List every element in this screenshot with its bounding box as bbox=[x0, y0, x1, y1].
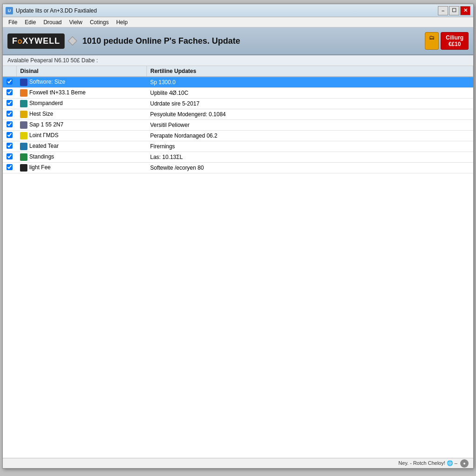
row-checkbox[interactable] bbox=[7, 132, 13, 138]
row-icon bbox=[20, 153, 27, 161]
window-icon: U bbox=[6, 7, 13, 14]
menu-edie[interactable]: Edie bbox=[21, 18, 40, 26]
row-checkbox-cell bbox=[3, 99, 16, 109]
cilurg-label-line1: Ciliurg bbox=[446, 34, 463, 41]
table-body: Softwore: SizeSp 1300.0 Foxwell tN+33.1 … bbox=[3, 77, 473, 173]
cilurg-button[interactable]: Ciliurg €£10 bbox=[441, 32, 469, 50]
row-name-label: Foxwell tN+33.1 Beme bbox=[29, 89, 86, 96]
diamond-icon bbox=[68, 36, 77, 46]
row-icon bbox=[20, 89, 27, 97]
menu-bar: File Edie Drouad Vielw Cotings Help bbox=[3, 17, 473, 27]
logo: FOXYWELL bbox=[7, 33, 65, 49]
table-row[interactable]: StompanderdUdrdate sire 5-2017 bbox=[3, 99, 473, 109]
folder-button[interactable]: 🗂 bbox=[425, 32, 439, 50]
row-name-cell: Sap 1 55 2N7 bbox=[16, 120, 146, 131]
table-row[interactable]: Foxwell tN+33.1 BemeUpblite 4Ø.10C bbox=[3, 88, 473, 99]
row-checkbox-cell bbox=[3, 88, 16, 99]
row-checkbox-cell bbox=[3, 141, 16, 152]
row-checkbox[interactable] bbox=[7, 153, 13, 159]
row-icon bbox=[20, 111, 27, 118]
menu-help[interactable]: Help bbox=[112, 18, 132, 26]
header-title: 1010 pedude Online P's Faches. Update bbox=[82, 36, 425, 46]
menu-cotings[interactable]: Cotings bbox=[86, 18, 112, 26]
status-icon: ● bbox=[460, 459, 469, 468]
row-name-cell: Leated Tear bbox=[16, 141, 146, 152]
row-name-label: Softwore: Size bbox=[29, 79, 65, 85]
row-value-cell: Pesyoluite Modengerd: 0.1084 bbox=[146, 109, 473, 120]
col-check bbox=[3, 66, 16, 77]
menu-vielw[interactable]: Vielw bbox=[66, 18, 86, 26]
row-checkbox[interactable] bbox=[7, 111, 13, 117]
cilurg-label-line2: €£10 bbox=[449, 41, 461, 47]
row-icon bbox=[20, 164, 27, 172]
menu-drouad[interactable]: Drouad bbox=[40, 18, 65, 26]
row-name-cell: Softwore: Size bbox=[16, 77, 146, 88]
row-icon bbox=[20, 100, 27, 107]
header-buttons: 🗂 Ciliurg €£10 bbox=[425, 32, 469, 50]
row-checkbox[interactable] bbox=[7, 164, 13, 170]
minimize-button[interactable]: – bbox=[438, 6, 448, 15]
row-checkbox-cell bbox=[3, 163, 16, 173]
main-window: U Update lits or An+3.DD Faxtialed – ☐ ✕… bbox=[2, 4, 474, 469]
row-icon bbox=[20, 79, 27, 86]
row-checkbox-cell bbox=[3, 109, 16, 120]
window-controls: – ☐ ✕ bbox=[438, 6, 470, 15]
row-name-cell: Loint ΓMDS bbox=[16, 131, 146, 141]
row-value-cell: Upblite 4Ø.10C bbox=[146, 88, 473, 99]
row-checkbox-cell bbox=[3, 120, 16, 131]
table-header-row: Disinal Rertiline Updates bbox=[3, 66, 473, 77]
row-checkbox-cell bbox=[3, 77, 16, 88]
row-value-cell: Las: 10.13ΣL bbox=[146, 152, 473, 163]
row-name-label: Leated Tear bbox=[29, 143, 59, 149]
col-disinal: Disinal bbox=[16, 66, 146, 77]
maximize-button[interactable]: ☐ bbox=[449, 6, 459, 15]
row-checkbox-cell bbox=[3, 131, 16, 141]
table-row[interactable]: Leated TearFirernings bbox=[3, 141, 473, 152]
row-name-label: Sap 1 55 2N7 bbox=[29, 121, 63, 128]
row-name-label: Hest Size bbox=[29, 111, 53, 117]
row-checkbox[interactable] bbox=[7, 89, 13, 95]
window-title: Update lits or An+3.DD Faxtialed bbox=[16, 7, 438, 14]
row-icon bbox=[20, 121, 27, 129]
sub-info-bar: Avalable Peaperal N6.10 50£ Dabe : bbox=[3, 55, 473, 66]
table-row[interactable]: Loint ΓMDSPerapate Nordanaged 06.2 bbox=[3, 131, 473, 141]
row-name-label: Stompanderd bbox=[29, 100, 63, 106]
title-bar: U Update lits or An+3.DD Faxtialed – ☐ ✕ bbox=[3, 4, 473, 17]
row-checkbox[interactable] bbox=[7, 121, 13, 127]
folder-icon: 🗂 bbox=[429, 34, 435, 41]
close-button[interactable]: ✕ bbox=[460, 6, 470, 15]
row-name-cell: Standings bbox=[16, 152, 146, 163]
menu-file[interactable]: File bbox=[5, 18, 21, 26]
row-name-label: Loint ΓMDS bbox=[29, 132, 59, 139]
table-row[interactable]: light FeeSoftewite /ecoryen 80 bbox=[3, 163, 473, 173]
app-header: FOXYWELL 1010 pedude Online P's Faches. … bbox=[3, 27, 473, 55]
update-table: Disinal Rertiline Updates Softwore: Size… bbox=[3, 66, 473, 173]
row-checkbox[interactable] bbox=[7, 79, 13, 85]
table-row[interactable]: Hest SizePesyoluite Modengerd: 0.1084 bbox=[3, 109, 473, 120]
table-row[interactable]: StandingsLas: 10.13ΣL bbox=[3, 152, 473, 163]
row-name-label: Standings bbox=[29, 153, 54, 160]
status-text: Ney. - Rotch Cheloy! 🌐 – bbox=[398, 460, 457, 466]
table-row[interactable]: Sap 1 55 2N7Versitil Peliower bbox=[3, 120, 473, 131]
row-name-label: light Fee bbox=[29, 164, 51, 171]
row-icon bbox=[20, 132, 27, 139]
col-reriline: Rertiline Updates bbox=[146, 66, 473, 77]
row-name-cell: Hest Size bbox=[16, 109, 146, 120]
row-value-cell: Sp 1300.0 bbox=[146, 77, 473, 88]
table-area[interactable]: Disinal Rertiline Updates Softwore: Size… bbox=[3, 66, 473, 458]
row-checkbox-cell bbox=[3, 152, 16, 163]
row-value-cell: Firernings bbox=[146, 141, 473, 152]
status-bar: Ney. - Rotch Cheloy! 🌐 – ● bbox=[3, 458, 473, 468]
table-row[interactable]: Softwore: SizeSp 1300.0 bbox=[3, 77, 473, 88]
row-name-cell: Foxwell tN+33.1 Beme bbox=[16, 88, 146, 99]
row-icon bbox=[20, 143, 27, 150]
row-name-cell: Stompanderd bbox=[16, 99, 146, 109]
row-value-cell: Softewite /ecoryen 80 bbox=[146, 163, 473, 173]
row-checkbox[interactable] bbox=[7, 100, 13, 106]
row-checkbox[interactable] bbox=[7, 143, 13, 149]
row-value-cell: Versitil Peliower bbox=[146, 120, 473, 131]
row-name-cell: light Fee bbox=[16, 163, 146, 173]
row-value-cell: Perapate Nordanaged 06.2 bbox=[146, 131, 473, 141]
row-value-cell: Udrdate sire 5-2017 bbox=[146, 99, 473, 109]
